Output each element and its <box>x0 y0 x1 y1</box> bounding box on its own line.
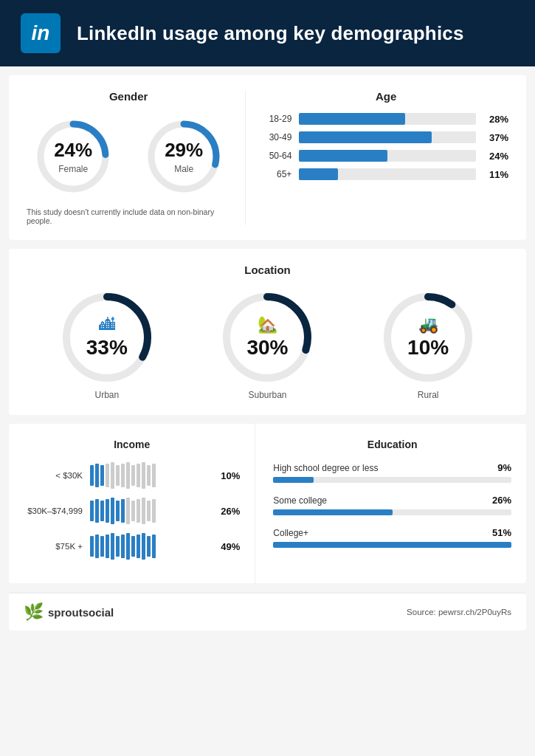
income-percent: 49% <box>215 541 240 552</box>
age-label: 30-49 <box>263 132 291 142</box>
female-label: Female <box>58 164 88 174</box>
age-bar-fill <box>299 131 432 143</box>
linkedin-logo: in <box>21 13 61 53</box>
income-label: $75K + <box>24 542 83 551</box>
income-bar-unit <box>137 499 140 523</box>
location-donut-center: 🏙 33% <box>86 315 128 360</box>
age-bar-bg <box>299 113 476 125</box>
location-item: 🏙 33% Urban <box>59 289 155 400</box>
age-label: 65+ <box>263 169 291 179</box>
sprout-logo: 🌿 sproutsocial <box>24 602 114 622</box>
location-item: 🚜 10% Rural <box>380 289 476 400</box>
location-donut: 🚜 10% <box>380 289 476 385</box>
income-bar-unit <box>147 536 151 557</box>
female-donut-center: 24% Female <box>54 139 92 175</box>
income-bar-unit <box>142 462 145 489</box>
edu-row-header: High school degree or less 9% <box>273 462 511 473</box>
location-item: 🏡 30% Suburban <box>219 289 315 400</box>
age-bar-bg <box>299 168 476 180</box>
income-bar-unit <box>131 536 135 557</box>
location-title: Location <box>27 264 508 276</box>
age-panel: Age 18-29 28% 30-49 37% 50-64 24% 65+ 11… <box>246 90 508 225</box>
income-bar-unit <box>152 535 156 558</box>
age-bar-bg <box>299 131 476 143</box>
location-label: Urban <box>59 390 155 400</box>
income-bar-unit <box>121 464 125 487</box>
income-bar-unit <box>147 465 151 486</box>
income-label: < $30K <box>24 471 83 480</box>
income-bar-unit <box>126 498 130 524</box>
location-percent: 30% <box>246 336 288 359</box>
income-bar-unit <box>116 465 120 486</box>
income-bar-unit <box>121 535 125 558</box>
gender-age-section: Gender 24% Female 29% <box>9 75 526 240</box>
edu-label: High school degree or less <box>273 463 378 473</box>
edu-bar-fill <box>273 542 511 548</box>
income-bar-unit <box>95 464 99 487</box>
bottom-row: Income < $30K 10% $30K–$74,999 26% $75K … <box>9 424 526 583</box>
income-bar-unit <box>137 464 140 487</box>
edu-percent: 26% <box>492 495 511 506</box>
location-donut: 🏙 33% <box>59 289 155 385</box>
income-bar-unit <box>137 535 140 558</box>
age-row: 50-64 24% <box>263 150 508 162</box>
income-bar-unit <box>126 462 130 489</box>
location-percent: 10% <box>407 336 449 359</box>
income-bar-unit <box>106 535 109 558</box>
location-section: Location 🏙 33% Urban 🏡 30% Suburban <box>9 249 526 415</box>
income-bar-unit <box>90 501 94 521</box>
sprout-icon: 🌿 <box>24 602 44 622</box>
income-bar-unit <box>152 464 156 487</box>
edu-percent: 9% <box>497 462 511 473</box>
age-rows: 18-29 28% 30-49 37% 50-64 24% 65+ 11% <box>263 113 508 180</box>
education-section: Education High school degree or less 9% … <box>255 424 526 583</box>
sprout-bold: sprout <box>48 606 83 619</box>
edu-bar-bg <box>273 477 511 483</box>
income-bar-group <box>90 498 207 524</box>
edu-bar-bg <box>273 542 511 548</box>
income-bar-group <box>90 533 207 560</box>
education-row: Some college 26% <box>273 495 511 515</box>
location-icon: 🚜 <box>407 315 449 334</box>
footer: 🌿 sproutsocial Source: pewrsr.ch/2P0uyRs <box>9 592 526 630</box>
location-label: Suburban <box>219 390 315 400</box>
income-bar-group <box>90 462 207 489</box>
location-percent: 33% <box>86 336 128 359</box>
income-bar-unit <box>111 498 114 524</box>
female-donut: 24% Female <box>32 116 114 197</box>
location-icon: 🏙 <box>86 315 128 334</box>
location-label: Rural <box>380 390 476 400</box>
location-donut-center: 🏡 30% <box>246 315 288 360</box>
income-bar-unit <box>95 499 99 523</box>
income-bar-unit <box>116 501 120 521</box>
male-label: Male <box>174 164 193 174</box>
income-row: < $30K 10% <box>24 462 240 489</box>
income-bar-unit <box>111 462 114 489</box>
education-rows: High school degree or less 9% Some colle… <box>273 462 511 548</box>
gender-disclaimer: This study doesn't currently include dat… <box>27 207 230 225</box>
age-percent: 28% <box>483 114 508 125</box>
education-title: Education <box>273 439 511 450</box>
edu-row-header: College+ 51% <box>273 527 511 538</box>
income-title: Income <box>24 439 240 450</box>
income-bar-unit <box>116 536 120 557</box>
edu-percent: 51% <box>492 527 511 538</box>
sprout-brand-text: sproutsocial <box>48 606 114 619</box>
location-donut-center: 🚜 10% <box>407 315 449 360</box>
header: in LinkedIn usage among key demographics <box>0 0 535 66</box>
age-row: 65+ 11% <box>263 168 508 180</box>
location-donut: 🏡 30% <box>219 289 315 385</box>
income-bar-unit <box>100 536 104 557</box>
edu-label: College+ <box>273 528 308 538</box>
edu-bar-fill <box>273 509 392 515</box>
income-bar-unit <box>90 465 94 486</box>
header-title: LinkedIn usage among key demographics <box>77 22 464 45</box>
education-row: College+ 51% <box>273 527 511 548</box>
income-bar-unit <box>142 533 145 560</box>
income-row: $30K–$74,999 26% <box>24 498 240 524</box>
income-bar-unit <box>142 498 145 524</box>
location-icon: 🏡 <box>246 315 288 334</box>
income-bar-unit <box>152 499 156 523</box>
income-bar-unit <box>106 464 109 487</box>
age-percent: 24% <box>483 151 508 162</box>
